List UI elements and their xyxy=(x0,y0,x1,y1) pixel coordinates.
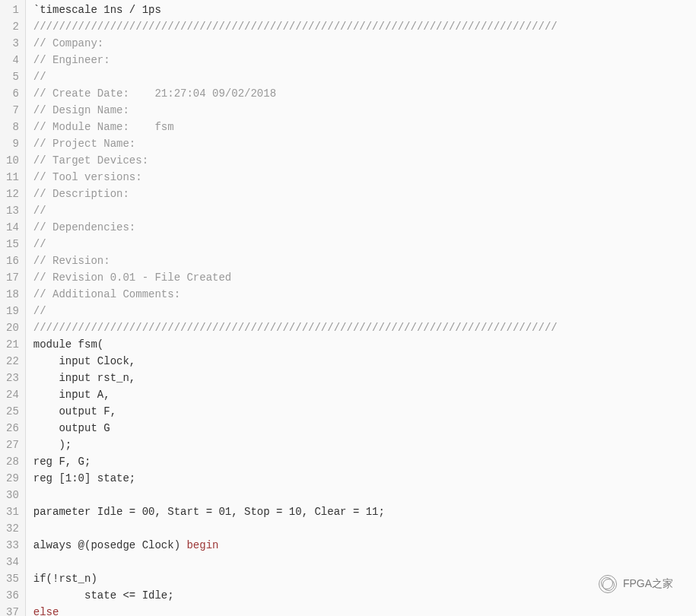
code-token: ////////////////////////////////////////… xyxy=(33,21,558,33)
code-line: // Tool versions: xyxy=(33,169,688,186)
code-line: always @(posedge Clock) begin xyxy=(33,537,688,554)
code-line: reg F, G; xyxy=(33,453,688,470)
line-number: 30 xyxy=(6,487,19,503)
line-number: 34 xyxy=(6,554,19,570)
code-line: // Revision 0.01 - File Created xyxy=(33,269,688,286)
code-token: reg [1:0] state; xyxy=(33,472,135,484)
line-number: 24 xyxy=(6,386,19,403)
line-number: 33 xyxy=(6,537,19,554)
line-number: 15 xyxy=(6,236,19,252)
code-line: input rst_n, xyxy=(33,370,688,386)
code-token: begin xyxy=(186,539,218,551)
line-number: 19 xyxy=(6,303,19,319)
line-number: 28 xyxy=(6,453,19,470)
code-line: if(!rst_n) xyxy=(33,570,688,587)
line-number: 4 xyxy=(6,52,19,68)
code-line xyxy=(33,554,688,570)
code-token: reg F, G; xyxy=(33,456,91,468)
code-line: // xyxy=(33,68,688,85)
code-token: // xyxy=(33,305,46,317)
code-token: state <= Idle; xyxy=(33,589,174,602)
line-number-gutter: 1234567891011121314151617181920212223242… xyxy=(0,0,26,616)
line-number: 11 xyxy=(6,169,19,186)
code-line: // Engineer: xyxy=(33,52,688,68)
code-line: module fsm( xyxy=(33,336,688,353)
line-number: 21 xyxy=(6,336,19,353)
code-line: // Description: xyxy=(33,186,688,202)
code-line: // Dependencies: xyxy=(33,219,688,236)
code-token: // Module Name: fsm xyxy=(33,121,180,133)
code-token: ); xyxy=(33,439,72,451)
code-token: output F, xyxy=(33,405,116,418)
code-token: always @(posedge Clock) xyxy=(33,539,187,551)
code-line: // Create Date: 21:27:04 09/02/2018 xyxy=(33,85,688,102)
code-token: // Description: xyxy=(33,188,135,200)
line-number: 31 xyxy=(6,503,19,520)
code-line: reg [1:0] state; xyxy=(33,470,688,487)
code-token: // xyxy=(33,71,52,83)
line-number: 8 xyxy=(6,119,19,135)
line-number: 7 xyxy=(6,102,19,119)
line-number: 10 xyxy=(6,152,19,169)
line-number: 12 xyxy=(6,186,19,202)
code-token: ////////////////////////////////////////… xyxy=(33,322,558,334)
code-line xyxy=(33,487,688,503)
code-token: // Tool versions: xyxy=(33,171,148,183)
line-number: 6 xyxy=(6,85,19,102)
code-token: input Clock, xyxy=(33,355,135,367)
code-token: // Company: xyxy=(33,37,110,49)
code-token: // Engineer: xyxy=(33,54,116,66)
code-token: // Revision 0.01 - File Created xyxy=(33,271,231,284)
line-number: 25 xyxy=(6,403,19,420)
code-line: else xyxy=(33,604,688,616)
line-number: 16 xyxy=(6,252,19,269)
code-line: // Project Name: xyxy=(33,135,688,152)
line-number: 32 xyxy=(6,520,19,537)
code-token: // Additional Comments: xyxy=(33,288,187,300)
code-line: // xyxy=(33,236,688,252)
line-number: 23 xyxy=(6,370,19,386)
code-token: if(!rst_n) xyxy=(33,573,97,585)
code-area: `timescale 1ns / 1ps////////////////////… xyxy=(26,0,696,616)
code-line xyxy=(33,520,688,537)
code-token: // Project Name: xyxy=(33,138,142,150)
code-editor: 1234567891011121314151617181920212223242… xyxy=(0,0,696,616)
code-line: parameter Idle = 00, Start = 01, Stop = … xyxy=(33,503,688,520)
code-token: module fsm( xyxy=(33,338,103,351)
code-line: // Company: xyxy=(33,35,688,52)
wechat-icon xyxy=(599,575,617,593)
code-line: // Module Name: fsm xyxy=(33,119,688,135)
code-line: input Clock, xyxy=(33,353,688,370)
line-number: 13 xyxy=(6,202,19,219)
code-token: // xyxy=(33,205,46,217)
line-number: 5 xyxy=(6,68,19,85)
watermark: FPGA之家 xyxy=(599,575,673,593)
line-number: 29 xyxy=(6,470,19,487)
line-number: 22 xyxy=(6,353,19,370)
code-line: // Revision: xyxy=(33,252,688,269)
code-token: input rst_n, xyxy=(33,372,135,384)
code-line: // Target Devices: xyxy=(33,152,688,169)
line-number: 18 xyxy=(6,286,19,303)
code-line: // Design Name: xyxy=(33,102,688,119)
line-number: 20 xyxy=(6,319,19,336)
code-token: // Design Name: xyxy=(33,104,135,116)
code-line: ////////////////////////////////////////… xyxy=(33,319,688,336)
code-token: `timescale 1ns / 1ps xyxy=(33,4,161,16)
code-token: input A, xyxy=(33,389,110,401)
line-number: 36 xyxy=(6,587,19,604)
line-number: 9 xyxy=(6,135,19,152)
line-number: 35 xyxy=(6,570,19,587)
code-token: // xyxy=(33,238,46,250)
code-token: // Create Date: 21:27:04 09/02/2018 xyxy=(33,87,283,100)
code-token: // Revision: xyxy=(33,255,116,267)
line-number: 1 xyxy=(6,2,19,18)
code-token: output G xyxy=(33,422,110,434)
code-line: `timescale 1ns / 1ps xyxy=(33,2,688,18)
code-token: // Target Devices: xyxy=(33,154,155,167)
code-line: state <= Idle; xyxy=(33,587,688,604)
code-token: // Dependencies: xyxy=(33,221,142,233)
code-line: output G xyxy=(33,420,688,437)
code-line: // Additional Comments: xyxy=(33,286,688,303)
line-number: 14 xyxy=(6,219,19,236)
